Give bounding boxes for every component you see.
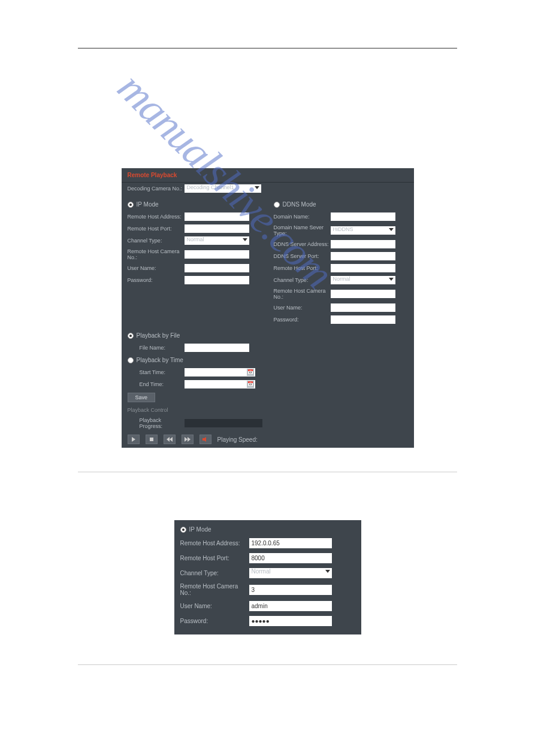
calendar-icon[interactable]: 📅 [247, 369, 254, 376]
ip-mode-radio-row-2: IP Mode [174, 520, 361, 536]
spacer [78, 60, 457, 168]
user-name-label: User Name: [128, 265, 185, 271]
start-time-input[interactable] [185, 368, 255, 377]
ddns-mode-column: DDNS Mode Domain Name: Domain Name Sever… [268, 195, 414, 329]
ddns-user-name-input[interactable] [331, 303, 395, 312]
p2-remote-host-address-label: Remote Host Address: [180, 540, 249, 546]
playback-by-time-radio[interactable] [128, 357, 134, 363]
ddns-server-address-input[interactable] [331, 240, 395, 248]
p2-channel-type-label: Channel Type: [180, 570, 249, 576]
ip-mode-column: IP Mode Remote Host Address: Remote Host… [122, 195, 268, 329]
domain-server-type-select[interactable]: HiDDNS [331, 226, 395, 235]
chevron-down-icon [389, 278, 394, 281]
remote-host-port-label: Remote Host Port: [128, 226, 185, 232]
p2-password-input[interactable] [249, 616, 332, 626]
ddns-channel-type-select[interactable]: Normal [331, 276, 395, 284]
divider [78, 664, 457, 665]
ddns-remote-host-port-input[interactable] [331, 264, 395, 272]
svg-marker-6 [202, 437, 206, 442]
svg-marker-3 [170, 437, 173, 442]
start-time-label: Start Time: [140, 369, 185, 375]
decoding-camera-label: Decoding Camera No.: [128, 186, 185, 192]
chevron-down-icon [389, 228, 394, 231]
p2-remote-host-camera-no-input[interactable] [249, 585, 332, 595]
svg-marker-2 [167, 437, 170, 442]
ip-mode-panel: IP Mode Remote Host Address: Remote Host… [174, 520, 361, 634]
password-label: Password: [128, 277, 185, 283]
password-input[interactable] [185, 276, 249, 284]
ddns-remote-host-camera-no-input[interactable] [331, 290, 395, 298]
ddns-user-name-label: User Name: [274, 305, 331, 311]
chevron-down-icon [325, 570, 330, 573]
p2-user-name-label: User Name: [180, 603, 249, 609]
remote-host-address-label: Remote Host Address: [128, 214, 185, 220]
ddns-server-port-label: DDNS Server Port: [274, 253, 331, 259]
remote-host-port-input[interactable] [185, 224, 249, 233]
p2-remote-host-address-input[interactable] [249, 538, 332, 548]
ddns-password-input[interactable] [331, 315, 395, 324]
playback-progress-label: Playback Progress: [128, 417, 185, 429]
ddns-server-port-input[interactable] [331, 252, 395, 260]
p2-remote-host-camera-no-label: Remote Host Camera No.: [180, 583, 249, 596]
ip-mode-label-2: IP Mode [189, 526, 211, 533]
channel-type-label: Channel Type: [128, 238, 185, 244]
channel-type-select[interactable]: Normal [185, 236, 249, 245]
decoding-camera-row: Decoding Camera No.: Decoding Channel1 [122, 183, 414, 195]
playback-by-time-row: Playback by Time [122, 354, 414, 366]
p2-channel-type-select[interactable]: Normal [249, 568, 332, 578]
remote-host-camera-no-input[interactable] [185, 250, 249, 259]
ddns-channel-type-label: Channel Type: [274, 277, 331, 283]
forward-button[interactable] [182, 435, 194, 444]
p2-user-name-input[interactable] [249, 601, 332, 611]
playing-speed-label: Playing Speed: [217, 436, 258, 443]
remote-playback-panel: Remote Playback Decoding Camera No.: Dec… [122, 168, 414, 448]
domain-name-input[interactable] [331, 212, 395, 221]
svg-rect-1 [150, 438, 153, 441]
mode-columns: IP Mode Remote Host Address: Remote Host… [122, 195, 414, 329]
chevron-down-icon [243, 238, 247, 241]
ddns-mode-label: DDNS Mode [283, 201, 316, 208]
p2-password-label: Password: [180, 618, 249, 624]
p2-remote-host-port-input[interactable] [249, 553, 332, 563]
domain-server-type-label: Domain Name Sever Type: [274, 224, 331, 236]
calendar-icon[interactable]: 📅 [247, 381, 254, 388]
ddns-server-address-label: DDNS Server Address: [274, 241, 331, 247]
remote-host-camera-no-label: Remote Host Camera No.: [128, 248, 185, 260]
chevron-down-icon [255, 186, 259, 189]
ip-mode-radio-2[interactable] [180, 527, 186, 533]
divider [78, 472, 457, 472]
playback-by-file-row: Playback by File [122, 329, 414, 342]
p2-remote-host-port-label: Remote Host Port: [180, 555, 249, 561]
stop-button[interactable] [146, 435, 158, 444]
decoding-camera-select[interactable]: Decoding Channel1 [185, 184, 261, 193]
ip-mode-label: IP Mode [137, 201, 159, 208]
save-button[interactable]: Save [128, 393, 156, 402]
svg-marker-0 [132, 437, 135, 442]
play-button[interactable] [128, 435, 140, 444]
svg-marker-5 [188, 437, 191, 442]
playback-by-time-label: Playback by Time [137, 357, 183, 363]
end-time-input[interactable] [185, 380, 255, 388]
ddns-password-label: Password: [274, 317, 331, 323]
ddns-mode-radio[interactable] [274, 202, 280, 208]
rewind-button[interactable] [164, 435, 176, 444]
file-name-label: File Name: [140, 345, 185, 351]
ip-mode-radio-row: IP Mode [122, 198, 268, 211]
header-rule [78, 48, 457, 48]
mute-button[interactable] [200, 435, 211, 444]
ddns-mode-radio-row: DDNS Mode [268, 198, 414, 211]
remote-host-address-input[interactable] [185, 212, 249, 221]
progress-bar[interactable] [185, 419, 262, 427]
file-name-input[interactable] [185, 344, 249, 352]
ddns-remote-host-port-label: Remote Host Port: [274, 265, 331, 271]
domain-name-label: Domain Name: [274, 214, 331, 220]
playback-control-label: Playback Control [122, 405, 414, 415]
ip-mode-radio[interactable] [128, 202, 134, 208]
svg-marker-4 [185, 437, 188, 442]
user-name-input[interactable] [185, 264, 249, 272]
ddns-remote-host-camera-no-label: Remote Host Camera No.: [274, 288, 331, 300]
playback-by-file-radio[interactable] [128, 333, 134, 339]
panel-title: Remote Playback [122, 168, 414, 183]
end-time-label: End Time: [140, 381, 185, 387]
playback-controls: Playing Speed: [122, 431, 414, 448]
